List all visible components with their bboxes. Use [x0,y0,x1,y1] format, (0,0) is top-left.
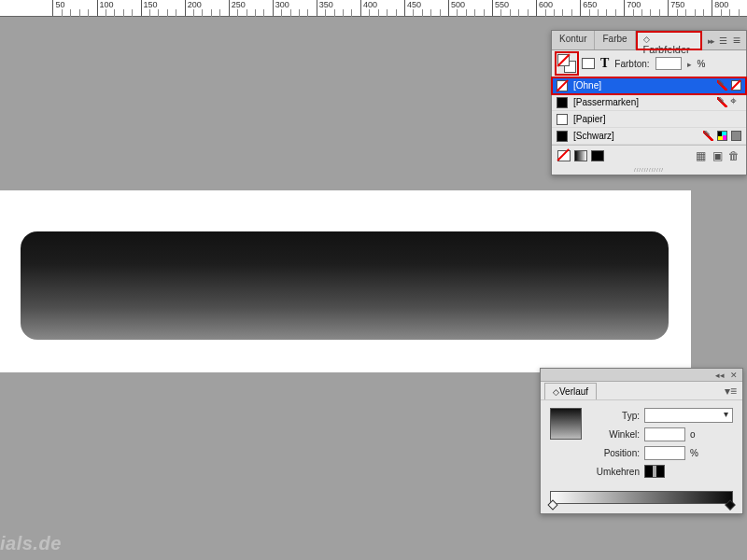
swatch-chip-black-icon [557,131,568,142]
swatch-chip-registration-icon [557,97,568,108]
panel-titlebar[interactable]: ◂◂ ✕ [541,369,742,382]
show-color-swatches-icon[interactable] [591,150,604,161]
new-swatch-page-icon[interactable]: ▣ [711,149,724,162]
tab-color[interactable]: Farbe [595,31,635,49]
tint-label: Farbton: [614,59,649,69]
panel-close-icon[interactable]: ✕ [730,371,738,380]
swatch-name: [Passermarken] [573,97,712,107]
swatches-footer: ▦ ▣ 🗑 [552,145,746,165]
swatches-panel: Kontur Farbe ◇ Farbfelder T Farbton: % [… [551,30,747,175]
gradient-panel: ◂◂ ✕ Verlauf ▾≡ Typ: Winkel: o Position:… [540,368,743,514]
gradient-type-select[interactable] [644,408,733,423]
swatch-row-registration[interactable]: [Passermarken] [552,94,746,111]
panel-menu-icon[interactable]: ▾≡ [719,385,742,398]
panel-menu-icon[interactable] [733,33,740,48]
panel-resize-grip[interactable] [552,165,746,175]
fill-stroke-proxy[interactable] [557,54,576,73]
swatch-name: [Ohne] [573,80,712,91]
delete-swatch-icon[interactable]: 🗑 [727,149,740,162]
angle-input[interactable] [644,427,685,441]
show-gradient-swatches-icon[interactable] [574,150,587,161]
position-input[interactable] [644,446,685,460]
panel-dock-icon[interactable] [719,35,727,46]
swatch-row-black[interactable]: [Schwarz] [552,128,746,145]
noneditable-icon [717,97,727,107]
swatch-name: [Papier] [573,114,741,124]
tab-gradient[interactable]: Verlauf [544,383,597,399]
show-all-swatches-icon[interactable] [557,150,571,161]
swatch-name: [Schwarz] [573,131,698,141]
new-swatch-icon[interactable]: ▦ [694,149,707,162]
tab-swatches[interactable]: ◇ Farbfelder [636,31,702,50]
reverse-gradient-button[interactable] [644,465,665,478]
noneditable-icon [703,131,713,141]
tint-unit: % [698,59,706,69]
noneditable-icon [717,80,727,91]
panel-tab-bar: Kontur Farbe ◇ Farbfelder [552,31,746,50]
document-canvas[interactable] [0,190,691,372]
formatting-text-icon[interactable]: T [600,56,609,71]
cmyk-type-icon [717,131,727,141]
registration-type-icon [731,97,741,107]
swatch-chip-none-icon [557,80,568,91]
position-label: Position: [591,448,640,458]
tab-stroke[interactable]: Kontur [552,31,595,49]
panel-minimize-icon[interactable]: ◂◂ [715,371,725,380]
gradient-stop-left[interactable] [547,499,557,510]
formatting-container-icon[interactable] [582,58,595,69]
angle-label: Winkel: [591,429,640,440]
swatch-row-none[interactable]: [Ohne] [552,77,746,94]
gradient-ramp[interactable] [550,491,733,504]
watermark-text: ials.de [0,533,62,554]
swatch-row-paper[interactable]: [Papier] [552,111,746,128]
swatch-chip-paper-icon [557,114,568,125]
rounded-rectangle-object[interactable] [21,231,669,340]
type-label: Typ: [591,411,640,421]
tint-stepper-icon[interactable] [687,58,692,69]
swatch-list: [Ohne] [Passermarken] [Papier] [Schwarz] [552,77,746,145]
none-type-icon [731,80,741,91]
panel-collapse-icon[interactable] [708,35,713,46]
horizontal-ruler[interactable]: 5010015020025030035040045050055060065070… [0,0,747,17]
gradient-preview[interactable] [550,408,582,440]
gradient-stop-right[interactable] [725,499,735,510]
angle-unit: o [690,429,696,440]
process-type-icon [731,131,741,141]
ruler-tick-major: 50 [52,0,64,16]
position-unit: % [690,448,698,458]
tint-input[interactable] [655,57,682,70]
reverse-label: Umkehren [591,467,640,477]
